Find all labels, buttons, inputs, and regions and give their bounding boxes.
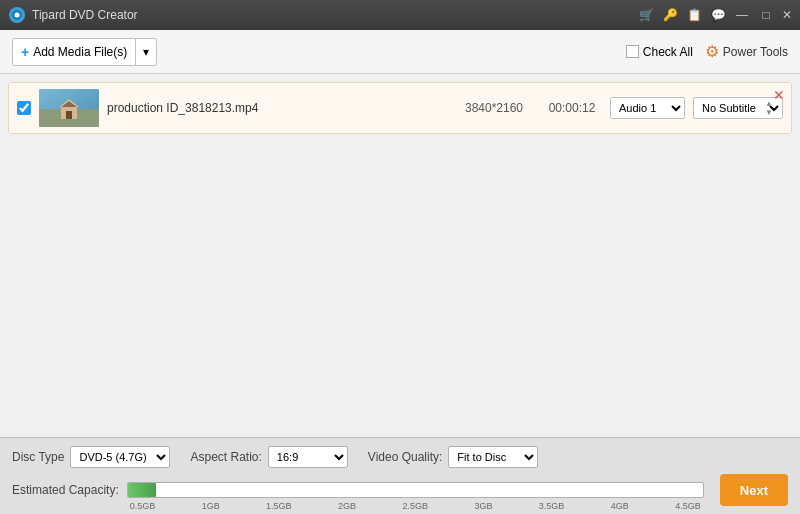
app-logo [8,6,26,24]
tick-6: 3.5GB [539,501,565,511]
move-up-arrow[interactable]: ▲ [765,100,773,108]
toolbar: + Add Media File(s) ▾ Check All ⚙ Power … [0,30,800,74]
key-icon[interactable]: 🔑 [662,7,678,23]
disc-type-select[interactable]: DVD-5 (4.7G) DVD-9 (8.5G) [70,446,170,468]
video-quality-label: Video Quality: [368,450,443,464]
window-controls: 🛒 🔑 📋 💬 — □ ✕ [638,7,792,23]
aspect-ratio-group: Aspect Ratio: 16:9 4:3 [190,446,347,468]
audio-select[interactable]: Audio 1 Audio 2 [610,97,685,119]
media-resolution: 3840*2160 [454,101,534,115]
bottom-options: Disc Type DVD-5 (4.7G) DVD-9 (8.5G) Aspe… [12,446,788,468]
media-duration: 00:00:12 [542,101,602,115]
add-media-main[interactable]: + Add Media File(s) [13,39,136,65]
media-thumbnail [39,89,99,127]
add-media-label: Add Media File(s) [33,45,127,59]
video-quality-group: Video Quality: Fit to Disc High Medium L… [368,446,539,468]
tick-0: 0.5GB [130,501,156,511]
next-button[interactable]: Next [720,474,788,506]
bottom-bar: Disc Type DVD-5 (4.7G) DVD-9 (8.5G) Aspe… [0,437,800,514]
tick-5: 3GB [474,501,492,511]
thumbnail-image [39,89,99,127]
minimize-icon[interactable]: — [734,7,750,23]
check-all-label[interactable]: Check All [626,45,693,59]
remove-media-button[interactable]: ✕ [773,87,785,103]
check-all-checkbox[interactable] [626,45,639,58]
capacity-ticks: 0.5GB 1GB 1.5GB 2GB 2.5GB 3GB 3.5GB 4GB … [128,501,703,511]
maximize-icon[interactable]: □ [758,7,774,23]
svg-rect-7 [66,111,72,119]
capacity-bar-fill [128,483,157,497]
shop-icon[interactable]: 🛒 [638,7,654,23]
disc-type-group: Disc Type DVD-5 (4.7G) DVD-9 (8.5G) [12,446,170,468]
close-icon[interactable]: ✕ [782,8,792,22]
tick-2: 1.5GB [266,501,292,511]
tick-7: 4GB [611,501,629,511]
power-tools-label: Power Tools [723,45,788,59]
toolbar-right: Check All ⚙ Power Tools [626,42,788,61]
register-icon[interactable]: 📋 [686,7,702,23]
capacity-row: Estimated Capacity: 0.5GB 1GB 1.5GB 2GB … [12,474,788,506]
tick-1: 1GB [202,501,220,511]
media-item: production ID_3818213.mp4 3840*2160 00:0… [8,82,792,134]
app-title: Tipard DVD Creator [32,8,138,22]
capacity-label: Estimated Capacity: [12,483,119,497]
support-icon[interactable]: 💬 [710,7,726,23]
media-order-arrows: ▲ ▼ [765,100,773,117]
video-quality-select[interactable]: Fit to Disc High Medium Low [448,446,538,468]
disc-type-label: Disc Type [12,450,64,464]
tick-4: 2.5GB [402,501,428,511]
media-checkbox[interactable] [17,101,31,115]
add-icon: + [21,44,29,60]
check-all-text: Check All [643,45,693,59]
aspect-ratio-select[interactable]: 16:9 4:3 [268,446,348,468]
content-area: production ID_3818213.mp4 3840*2160 00:0… [0,74,800,437]
power-tools-icon: ⚙ [705,42,719,61]
add-media-dropdown-arrow[interactable]: ▾ [136,39,156,65]
svg-point-2 [15,13,20,18]
aspect-ratio-label: Aspect Ratio: [190,450,261,464]
move-down-arrow[interactable]: ▼ [765,109,773,117]
add-media-button[interactable]: + Add Media File(s) ▾ [12,38,157,66]
tick-8: 4.5GB [675,501,701,511]
media-filename: production ID_3818213.mp4 [107,101,446,115]
power-tools-button[interactable]: ⚙ Power Tools [705,42,788,61]
capacity-bar: 0.5GB 1GB 1.5GB 2GB 2.5GB 3GB 3.5GB 4GB … [127,482,704,498]
title-bar: Tipard DVD Creator 🛒 🔑 📋 💬 — □ ✕ [0,0,800,30]
tick-3: 2GB [338,501,356,511]
